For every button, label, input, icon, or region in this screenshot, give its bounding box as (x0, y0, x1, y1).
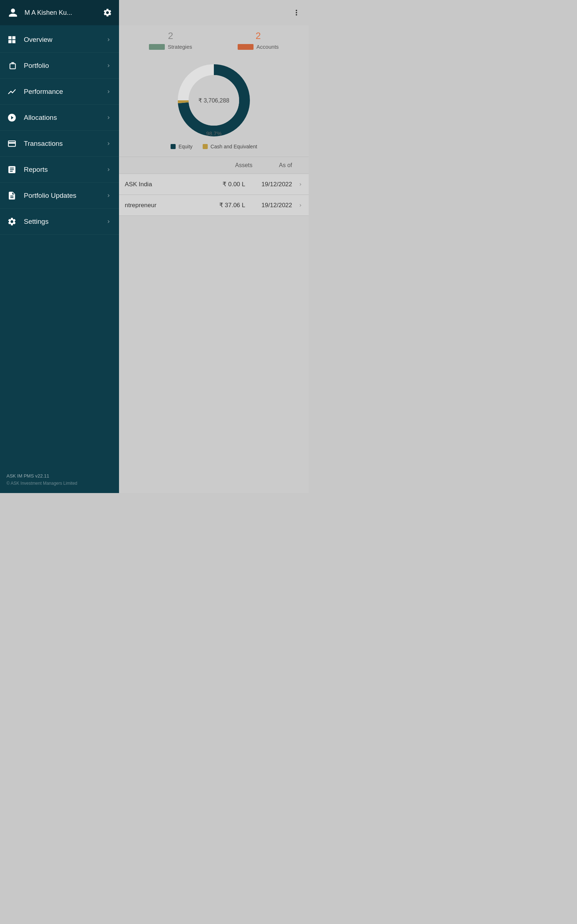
row-chevron-1 (296, 203, 303, 208)
sidebar-item-label-reports: Reports (24, 166, 98, 174)
table-row[interactable]: ntrepreneur ₹ 37.06 L 19/12/2022 (119, 195, 309, 216)
accounts-count: 2 (256, 30, 261, 42)
col-header-assets: Assets (202, 162, 253, 168)
table-header: Assets As of (119, 157, 309, 174)
more-options-icon[interactable] (290, 6, 303, 19)
reports-icon (6, 164, 17, 175)
gear-icon[interactable] (102, 8, 113, 18)
settings-icon (6, 216, 17, 227)
col-header-name (125, 162, 202, 168)
performance-icon (6, 86, 17, 97)
accounts-label: Accounts (256, 44, 279, 50)
accounts-legend-dot (238, 44, 253, 50)
strategies-stat: 2 Strategies (149, 30, 192, 50)
sidebar: M A Kishen Ku... Overview Portfolio (0, 0, 119, 493)
equity-legend-square (171, 144, 176, 149)
row-name-1: ntrepreneur (125, 202, 195, 209)
row-date-1: 19/12/2022 (245, 202, 296, 209)
sidebar-nav: Overview Portfolio Performance (0, 25, 119, 466)
sidebar-item-label-performance: Performance (24, 88, 98, 96)
table-section: Assets As of ASK India ₹ 0.00 L 19/12/20… (119, 157, 309, 493)
sidebar-item-label-allocations: Allocations (24, 114, 98, 122)
chevron-right-icon (105, 166, 113, 174)
overview-icon (6, 34, 17, 45)
sidebar-item-settings[interactable]: Settings (0, 208, 119, 234)
version-label: ASK IM PMS v22.11 (6, 473, 113, 478)
row-chevron-0 (296, 182, 303, 187)
equity-legend-label: Equity (179, 144, 193, 149)
stats-row: 2 Strategies 2 Accounts (119, 25, 309, 53)
sidebar-item-allocations[interactable]: Allocations (0, 105, 119, 131)
sidebar-item-label-portfolio-updates: Portfolio Updates (24, 192, 98, 200)
accounts-legend: Accounts (238, 44, 279, 50)
cash-legend-item: Cash and Equivalent (203, 144, 257, 149)
col-header-asof: As of (253, 162, 303, 168)
chevron-right-icon (105, 36, 113, 44)
sidebar-item-label-portfolio: Portfolio (24, 62, 98, 69)
accounts-stat: 2 Accounts (238, 30, 279, 50)
chevron-right-icon (105, 62, 113, 69)
strategies-count: 2 (168, 30, 173, 42)
strategies-label: Strategies (168, 44, 192, 50)
sidebar-item-transactions[interactable]: Transactions (0, 131, 119, 157)
equity-legend-item: Equity (171, 144, 193, 149)
copyright-label: © ASK Investment Managers Limited (6, 481, 113, 486)
table-row[interactable]: ASK India ₹ 0.00 L 19/12/2022 (119, 174, 309, 195)
chevron-right-icon (105, 192, 113, 200)
sidebar-item-performance[interactable]: Performance (0, 79, 119, 105)
chart-section: ₹ 3,706,288 98.7% Equity Cash and Equiva… (119, 53, 309, 157)
sidebar-item-label-settings: Settings (24, 218, 98, 226)
sidebar-item-label-transactions: Transactions (24, 140, 98, 148)
sidebar-item-overview[interactable]: Overview (0, 27, 119, 53)
row-name-0: ASK India (125, 181, 195, 188)
cash-legend-square (203, 144, 208, 149)
row-assets-1: ₹ 37.06 L (195, 201, 245, 209)
transactions-icon (6, 138, 17, 149)
donut-percent: 98.7% (206, 130, 222, 136)
strategies-legend-dot (149, 44, 165, 50)
donut-value: ₹ 3,706,288 (198, 97, 229, 103)
main-header (119, 0, 309, 25)
row-assets-0: ₹ 0.00 L (195, 181, 245, 188)
sidebar-item-portfolio[interactable]: Portfolio (0, 53, 119, 79)
portfolio-icon (6, 60, 17, 71)
chevron-right-icon (105, 218, 113, 226)
donut-label: ₹ 3,706,288 (198, 97, 229, 104)
sidebar-header: M A Kishen Ku... (0, 0, 119, 25)
allocations-icon (6, 112, 17, 123)
sidebar-item-reports[interactable]: Reports (0, 157, 119, 183)
chevron-right-icon (105, 140, 113, 148)
sidebar-item-label-overview: Overview (24, 36, 98, 44)
header-username: M A Kishen Ku... (24, 9, 97, 16)
avatar-icon (6, 6, 19, 19)
donut-chart: ₹ 3,706,288 98.7% (174, 61, 253, 140)
sidebar-footer: ASK IM PMS v22.11 © ASK Investment Manag… (0, 466, 119, 493)
sidebar-item-portfolio-updates[interactable]: Portfolio Updates (0, 183, 119, 208)
chart-legend: Equity Cash and Equivalent (171, 144, 257, 153)
main-content: 2 Strategies 2 Accounts (119, 0, 309, 493)
strategies-legend: Strategies (149, 44, 192, 50)
chevron-right-icon (105, 114, 113, 122)
portfolio-updates-icon (6, 190, 17, 201)
row-date-0: 19/12/2022 (245, 181, 296, 188)
chevron-right-icon (105, 88, 113, 96)
cash-legend-label: Cash and Equivalent (211, 144, 257, 149)
